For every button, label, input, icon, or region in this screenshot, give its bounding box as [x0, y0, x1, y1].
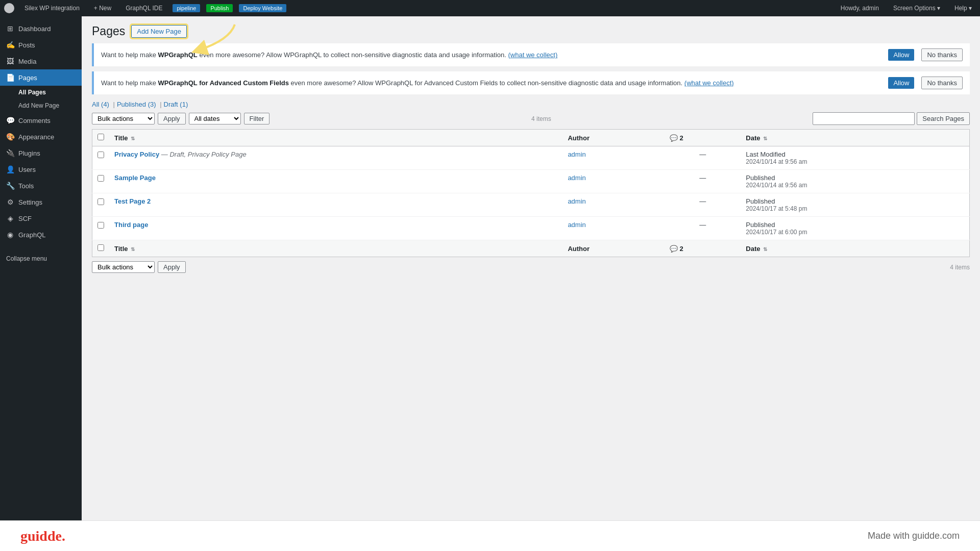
page-title-link[interactable]: Sample Page — [114, 174, 156, 182]
title-column-header[interactable]: Title ⇅ — [109, 130, 562, 146]
sidebar-subitem-add-new-page[interactable]: Add New Page — [0, 99, 82, 112]
admin-bar: Silex WP integration + New GraphQL IDE p… — [0, 0, 980, 16]
collapse-menu-label: Collapse menu — [6, 255, 47, 262]
row-checkbox[interactable] — [97, 222, 104, 229]
comments-cell: — — [665, 146, 741, 170]
row-checkbox[interactable] — [97, 175, 104, 182]
settings-icon: ⚙ — [6, 198, 14, 206]
sidebar-item-scf[interactable]: ◈ SCF — [0, 210, 82, 227]
sidebar-item-label: Users — [18, 166, 36, 173]
sidebar-item-dashboard[interactable]: ⊞ Dashboard — [0, 20, 82, 37]
new-content-link[interactable]: + New — [90, 5, 115, 12]
sidebar-item-tools[interactable]: 🔧 Tools — [0, 178, 82, 194]
main-content: Pages Add New Page Want to help make WPG… — [82, 16, 980, 520]
notice-wpgraphql-acf-nothanks-button[interactable]: No thanks — [921, 77, 963, 89]
sidebar-item-posts[interactable]: ✍ Posts — [0, 37, 82, 53]
date-status: Published — [746, 174, 964, 182]
screen-options-button[interactable]: Screen Options ▾ — [889, 5, 944, 12]
filter-button[interactable]: Filter — [244, 113, 270, 124]
sidebar-item-plugins[interactable]: 🔌 Plugins — [0, 145, 82, 161]
search-pages-input[interactable] — [813, 112, 915, 125]
title-footer-label: Title — [114, 245, 128, 253]
author-cell: admin — [562, 217, 665, 240]
collapse-menu-button[interactable]: Collapse menu — [0, 251, 82, 266]
howdy-link[interactable]: Howdy, admin — [837, 5, 883, 12]
notice-wpgraphql-allow-button[interactable]: Allow — [888, 49, 914, 61]
date-cell: Last Modified 2024/10/14 at 9:56 am — [741, 146, 969, 170]
add-new-page-button[interactable]: Add New Page — [131, 25, 187, 38]
row-checkbox[interactable] — [97, 198, 104, 205]
sidebar-item-label: GraphQL — [18, 231, 45, 239]
page-title-link[interactable]: Privacy Policy — [114, 151, 159, 158]
post-state: — Draft, Privacy Policy Page — [161, 151, 247, 158]
media-icon: 🖼 — [6, 57, 14, 65]
filter-published-link[interactable]: Published (3) — [117, 101, 156, 108]
pages-table: Title ⇅ Author 💬 2 Date ⇅ — [92, 129, 970, 257]
graphql-ide-link[interactable]: GraphQL IDE — [121, 5, 166, 12]
sidebar-item-comments[interactable]: 💬 Comments — [0, 112, 82, 129]
filter-draft-link[interactable]: Draft (1) — [164, 101, 188, 108]
bulk-actions-select[interactable]: Bulk actions — [92, 113, 155, 124]
title-cell: Privacy Policy — Draft, Privacy Policy P… — [109, 146, 562, 170]
table-row: Test Page 2 admin — Published 2024/10/17… — [92, 193, 970, 217]
notice-wpgraphql-nothanks-button[interactable]: No thanks — [921, 48, 963, 61]
search-pages-button[interactable]: Search Pages — [917, 112, 970, 125]
notice-wpgraphql-acf-link[interactable]: (what we collect) — [684, 79, 734, 87]
title-label: Title — [114, 134, 128, 142]
sidebar-item-appearance[interactable]: 🎨 Appearance — [0, 129, 82, 145]
pages-icon: 📄 — [6, 73, 14, 82]
comments-icon: 💬 — [6, 116, 14, 124]
notice-wpgraphql-text: Want to help make WPGraphQL even more aw… — [101, 51, 883, 59]
sidebar-item-label: Appearance — [18, 133, 54, 141]
sidebar-item-pages[interactable]: 📄 Pages — [0, 69, 82, 86]
row-checkbox-cell — [92, 170, 110, 193]
notice-wpgraphql-link[interactable]: (what we collect) — [508, 51, 557, 59]
author-footer-column-header: Author — [562, 240, 665, 257]
sidebar-item-media[interactable]: 🖼 Media — [0, 53, 82, 69]
comments-column-header: 💬 2 — [665, 130, 741, 146]
bulk-actions-select-bottom[interactable]: Bulk actions — [92, 261, 155, 273]
pipeline-button[interactable]: pipeline — [173, 4, 200, 12]
plugins-icon: 🔌 — [6, 149, 14, 157]
table-row: Sample Page admin — Published 2024/10/14… — [92, 170, 970, 193]
apply-button-top[interactable]: Apply — [158, 113, 186, 124]
filter-all-link[interactable]: All (4) — [92, 101, 109, 108]
date-column-header[interactable]: Date ⇅ — [741, 130, 969, 146]
deploy-website-button[interactable]: Deploy Website — [239, 4, 286, 12]
users-icon: 👤 — [6, 165, 14, 173]
page-title-link[interactable]: Test Page 2 — [114, 197, 151, 205]
sidebar-item-settings[interactable]: ⚙ Settings — [0, 194, 82, 210]
date-cell: Published 2024/10/17 at 5:48 pm — [741, 193, 969, 217]
row-checkbox[interactable] — [97, 152, 104, 158]
sidebar-item-users[interactable]: 👤 Users — [0, 161, 82, 178]
select-all-checkbox[interactable] — [97, 134, 104, 140]
graphql-icon: ◉ — [6, 231, 14, 239]
date-footer-column-header[interactable]: Date ⇅ — [741, 240, 969, 257]
tools-icon: 🔧 — [6, 182, 14, 190]
sidebar-item-label: Comments — [18, 117, 51, 124]
date-filter-select[interactable]: All dates — [189, 113, 241, 124]
row-checkbox-cell — [92, 217, 110, 240]
site-name-link[interactable]: Silex WP integration — [20, 5, 84, 12]
sidebar-subitem-all-pages[interactable]: All Pages — [0, 86, 82, 99]
filter-links: All (4) Published (3) Draft (1) — [92, 101, 970, 108]
date-status: Published — [746, 197, 964, 205]
select-all-footer-checkbox[interactable] — [97, 244, 104, 251]
select-all-footer-column-header — [92, 240, 110, 257]
items-count-top: 4 items — [531, 115, 551, 122]
help-button[interactable]: Help ▾ — [950, 5, 976, 12]
items-count-bottom: 4 items — [950, 264, 970, 271]
title-footer-column-header[interactable]: Title ⇅ — [109, 240, 562, 257]
sidebar-item-label: Dashboard — [18, 25, 51, 33]
page-title-link[interactable]: Third page — [114, 221, 148, 229]
publish-button[interactable]: Publish — [206, 4, 233, 12]
author-cell: admin — [562, 146, 665, 170]
sidebar-item-graphql[interactable]: ◉ GraphQL — [0, 227, 82, 243]
posts-icon: ✍ — [6, 41, 14, 49]
sidebar-item-label: Pages — [18, 74, 37, 82]
sidebar-item-label: Media — [18, 58, 36, 65]
author-column-header: Author — [562, 130, 665, 146]
notice-wpgraphql-acf-allow-button[interactable]: Allow — [888, 77, 914, 89]
scf-icon: ◈ — [6, 214, 14, 222]
apply-button-bottom[interactable]: Apply — [158, 261, 186, 273]
